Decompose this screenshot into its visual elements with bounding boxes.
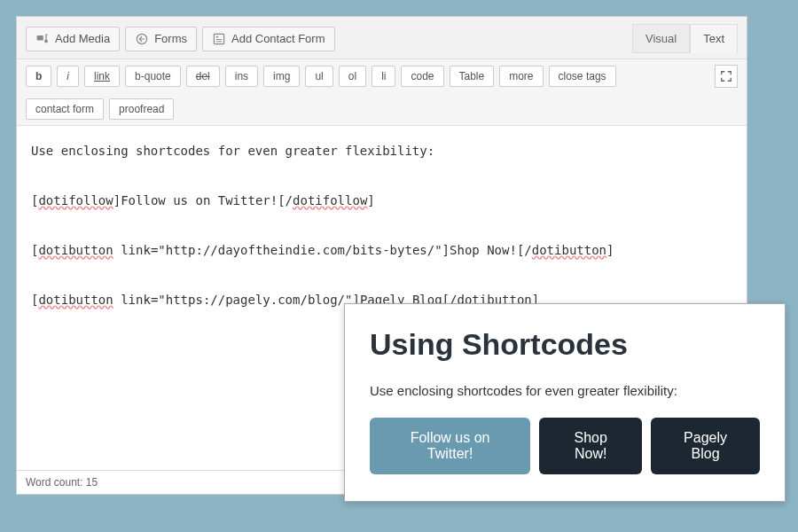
tab-text[interactable]: Text <box>690 24 738 53</box>
preview-buttons: Follow us on Twitter! Shop Now! Pagely B… <box>370 418 760 474</box>
add-media-label: Add Media <box>55 32 110 45</box>
forms-label: Forms <box>154 32 187 45</box>
form-icon <box>212 32 226 46</box>
word-count: Word count: 15 <box>26 476 98 489</box>
camera-music-icon <box>35 32 50 46</box>
view-tabs: Visual Text <box>632 24 738 53</box>
svg-rect-0 <box>37 35 43 41</box>
add-contact-form-button[interactable]: Add Contact Form <box>202 27 335 51</box>
qt-code[interactable]: code <box>401 66 443 87</box>
tab-visual[interactable]: Visual <box>632 24 690 53</box>
qt-ins[interactable]: ins <box>225 66 258 87</box>
follow-twitter-button[interactable]: Follow us on Twitter! <box>370 418 530 474</box>
qt-link[interactable]: link <box>84 66 120 87</box>
top-toolbar: Add Media Forms Add Contact Form Visual … <box>17 17 747 59</box>
qt-ul[interactable]: ul <box>305 66 332 87</box>
qt-close-tags[interactable]: close tags <box>549 66 616 87</box>
fullscreen-icon <box>720 70 732 82</box>
qt-table[interactable]: Table <box>450 66 495 87</box>
qt-contact-form[interactable]: contact form <box>26 98 104 120</box>
shop-now-button[interactable]: Shop Now! <box>539 418 642 474</box>
svg-rect-4 <box>216 35 218 37</box>
svg-rect-6 <box>216 41 222 42</box>
preview-title: Using Shortcodes <box>370 327 760 362</box>
add-media-button[interactable]: Add Media <box>26 27 120 51</box>
quicktags-toolbar: b i link b-quote del ins img ul ol li co… <box>17 59 747 126</box>
qt-bold[interactable]: b <box>26 66 51 87</box>
svg-rect-5 <box>216 39 222 40</box>
editor-line: [dotibutton link="http://dayoftheindie.c… <box>31 243 614 257</box>
qt-del[interactable]: del <box>186 66 220 87</box>
editor-line: [dotifollow]Follow us on Twitter![/dotif… <box>31 193 375 207</box>
qt-ol[interactable]: ol <box>339 66 366 87</box>
editor-line: Use enclosing shortcodes for even greate… <box>31 144 434 158</box>
forms-icon <box>135 32 149 46</box>
qt-more[interactable]: more <box>499 66 543 87</box>
pagely-blog-button[interactable]: Pagely Blog <box>651 418 760 474</box>
qt-li[interactable]: li <box>372 66 395 87</box>
preview-panel: Using Shortcodes Use enclosing shortcode… <box>344 303 786 502</box>
qt-italic[interactable]: i <box>57 66 79 87</box>
fullscreen-button[interactable] <box>715 65 738 88</box>
qt-bquote[interactable]: b-quote <box>125 66 181 87</box>
preview-text: Use enclosing shortcodes for even greate… <box>370 383 760 398</box>
qt-proofread[interactable]: proofread <box>109 98 174 120</box>
add-contact-form-label: Add Contact Form <box>231 32 325 45</box>
forms-button[interactable]: Forms <box>125 27 197 51</box>
qt-img[interactable]: img <box>263 66 300 87</box>
